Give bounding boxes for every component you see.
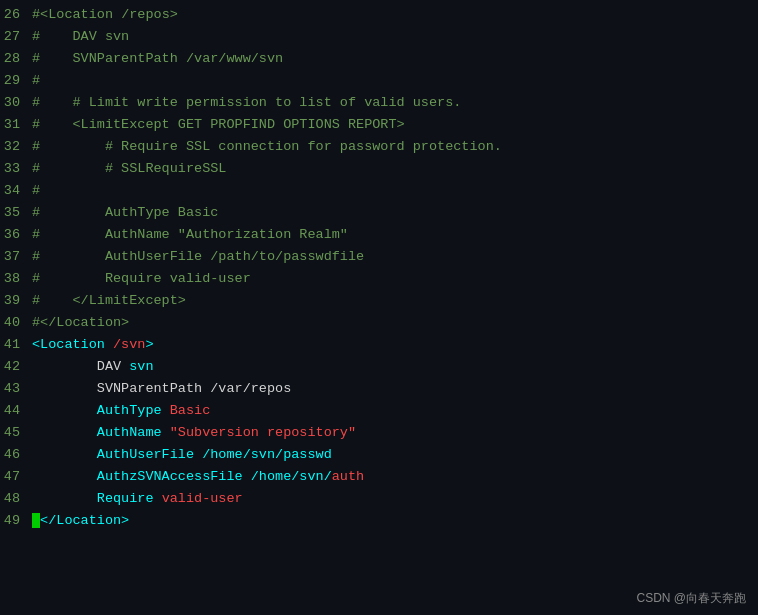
line-content: ■</Location>	[32, 510, 750, 532]
line-content: AuthUserFile /home/svn/passwd	[32, 444, 750, 466]
line-content: # SVNParentPath /var/www/svn	[32, 48, 750, 70]
code-line: 38# Require valid-user	[0, 268, 758, 290]
line-number: 43	[0, 378, 32, 400]
code-line: 44 AuthType Basic	[0, 400, 758, 422]
code-line: 26#<Location /repos>	[0, 4, 758, 26]
line-number: 42	[0, 356, 32, 378]
line-number: 33	[0, 158, 32, 180]
line-content: # </LimitExcept>	[32, 290, 750, 312]
code-line: 45 AuthName "Subversion repository"	[0, 422, 758, 444]
line-number: 38	[0, 268, 32, 290]
line-content: # # Require SSL connection for password …	[32, 136, 750, 158]
line-content: SVNParentPath /var/repos	[32, 378, 750, 400]
code-line: 32# # Require SSL connection for passwor…	[0, 136, 758, 158]
line-content: #</Location>	[32, 312, 750, 334]
line-number: 34	[0, 180, 32, 202]
line-content: AuthzSVNAccessFile /home/svn/auth	[32, 466, 750, 488]
line-content: <Location /svn>	[32, 334, 750, 356]
code-line: 48 Require valid-user	[0, 488, 758, 510]
code-line: 40#</Location>	[0, 312, 758, 334]
line-number: 27	[0, 26, 32, 48]
line-number: 28	[0, 48, 32, 70]
watermark: CSDN @向春天奔跑	[636, 590, 746, 607]
code-line: 31# <LimitExcept GET PROPFIND OPTIONS RE…	[0, 114, 758, 136]
line-content: DAV svn	[32, 356, 750, 378]
line-content: #	[32, 180, 750, 202]
line-number: 45	[0, 422, 32, 444]
line-content: AuthType Basic	[32, 400, 750, 422]
code-line: 34#	[0, 180, 758, 202]
line-content: # AuthName "Authorization Realm"	[32, 224, 750, 246]
code-line: 42 DAV svn	[0, 356, 758, 378]
code-line: 36# AuthName "Authorization Realm"	[0, 224, 758, 246]
code-line: 49■</Location>	[0, 510, 758, 532]
code-line: 39# </LimitExcept>	[0, 290, 758, 312]
line-content: # DAV svn	[32, 26, 750, 48]
line-content: # # Limit write permission to list of va…	[32, 92, 750, 114]
line-content: # <LimitExcept GET PROPFIND OPTIONS REPO…	[32, 114, 750, 136]
code-line: 30# # Limit write permission to list of …	[0, 92, 758, 114]
line-content: #<Location /repos>	[32, 4, 750, 26]
line-number: 30	[0, 92, 32, 114]
line-content: # Require valid-user	[32, 268, 750, 290]
line-number: 39	[0, 290, 32, 312]
line-number: 47	[0, 466, 32, 488]
line-number: 36	[0, 224, 32, 246]
code-line: 35# AuthType Basic	[0, 202, 758, 224]
code-line: 28# SVNParentPath /var/www/svn	[0, 48, 758, 70]
code-line: 27# DAV svn	[0, 26, 758, 48]
code-line: 41<Location /svn>	[0, 334, 758, 356]
line-number: 29	[0, 70, 32, 92]
line-number: 35	[0, 202, 32, 224]
line-content: # AuthUserFile /path/to/passwdfile	[32, 246, 750, 268]
line-content: # # SSLRequireSSL	[32, 158, 750, 180]
line-number: 44	[0, 400, 32, 422]
line-number: 32	[0, 136, 32, 158]
line-number: 40	[0, 312, 32, 334]
code-line: 47 AuthzSVNAccessFile /home/svn/auth	[0, 466, 758, 488]
line-content: #	[32, 70, 750, 92]
code-line: 33# # SSLRequireSSL	[0, 158, 758, 180]
code-line: 46 AuthUserFile /home/svn/passwd	[0, 444, 758, 466]
line-content: # AuthType Basic	[32, 202, 750, 224]
line-number: 41	[0, 334, 32, 356]
line-number: 48	[0, 488, 32, 510]
line-number: 49	[0, 510, 32, 532]
code-line: 29#	[0, 70, 758, 92]
code-line: 43 SVNParentPath /var/repos	[0, 378, 758, 400]
code-line: 37# AuthUserFile /path/to/passwdfile	[0, 246, 758, 268]
line-number: 46	[0, 444, 32, 466]
line-number: 37	[0, 246, 32, 268]
line-number: 31	[0, 114, 32, 136]
code-container: 26#<Location /repos>27# DAV svn28# SVNPa…	[0, 0, 758, 615]
line-number: 26	[0, 4, 32, 26]
line-content: Require valid-user	[32, 488, 750, 510]
line-content: AuthName "Subversion repository"	[32, 422, 750, 444]
